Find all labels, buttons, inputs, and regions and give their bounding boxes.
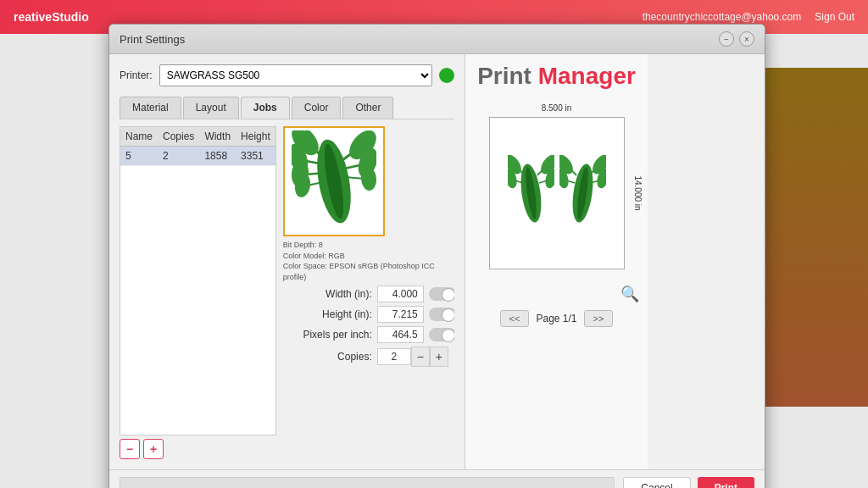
jobs-table-container: Name Copies Width Height 5 2 [120, 126, 276, 435]
copies-value: 2 [377, 348, 411, 365]
add-job-button[interactable]: + [143, 439, 164, 459]
width-field-row: Width (in): 4.000 [283, 286, 454, 302]
progress-bar [120, 477, 615, 488]
col-height: Height [236, 127, 275, 147]
preview-leaf-left [508, 155, 554, 231]
background-images [758, 68, 868, 407]
image-details-panel: Bit Depth: 8 Color Model: RGB Color Spac… [283, 126, 454, 459]
pixels-toggle[interactable] [429, 328, 454, 341]
dialog-controls: − × [719, 31, 754, 47]
tab-color[interactable]: Color [292, 97, 342, 119]
print-button[interactable]: Print [698, 477, 754, 488]
color-space: Color Space: EPSON sRGB (Photoshop ICC p… [283, 261, 454, 282]
copies-control: 2 − + [377, 347, 448, 367]
image-preview [283, 126, 385, 236]
dialog-footer: Cancel Print [109, 469, 765, 488]
prev-page-button[interactable]: << [500, 310, 530, 327]
cancel-button[interactable]: Cancel [623, 477, 690, 488]
preview-leaves [508, 155, 606, 231]
footer-buttons: Cancel Print [623, 477, 754, 488]
printer-label: Printer: [120, 69, 153, 81]
header-right: thecountrychiccottage@yahoo.com Sign Out [643, 11, 854, 23]
printer-status-dot [439, 68, 454, 83]
copies-field-label: Copies: [283, 351, 372, 363]
printer-row: Printer: SAWGRASS SG500 [120, 64, 454, 86]
jobs-table: Name Copies Width Height 5 2 [120, 127, 275, 166]
preview-leaf-right [559, 155, 606, 231]
row-height: 3351 [236, 147, 275, 166]
row-copies: 2 [158, 147, 199, 166]
app-name: reativeStudio [14, 10, 89, 24]
height-field-value[interactable]: 7.215 [377, 306, 424, 323]
width-field-label: Width (in): [283, 288, 372, 300]
right-panel: Print Manager 8.500 in [465, 54, 648, 469]
pixels-field-row: Pixels per inch: 464.5 [283, 326, 454, 343]
dialog-body: Printer: SAWGRASS SG500 Material Layout … [109, 54, 765, 469]
row-name: 5 [120, 147, 158, 166]
page-height-dim: 14.000 in [633, 175, 643, 210]
image-info: Bit Depth: 8 Color Model: RGB Color Spac… [283, 240, 454, 282]
sign-out-link[interactable]: Sign Out [815, 11, 854, 23]
height-field-label: Height (in): [283, 308, 372, 320]
remove-job-button[interactable]: − [120, 439, 140, 459]
col-name: Name [120, 127, 158, 147]
pixels-field-value[interactable]: 464.5 [377, 326, 424, 343]
close-button[interactable]: × [739, 31, 754, 47]
tab-layout[interactable]: Layout [183, 97, 239, 119]
table-actions: − + [120, 439, 276, 459]
bit-depth: Bit Depth: 8 [283, 240, 454, 251]
tab-other[interactable]: Other [342, 97, 393, 119]
copies-plus-button[interactable]: + [430, 347, 448, 367]
print-settings-dialog: Print Settings − × Printer: SAWGRASS SG5… [108, 24, 765, 488]
minimize-button[interactable]: − [719, 31, 734, 47]
tab-jobs[interactable]: Jobs [241, 97, 290, 119]
color-model: Color Model: RGB [283, 251, 454, 262]
dialog-title: Print Settings [120, 33, 185, 46]
copies-field-row: Copies: 2 − + [283, 347, 454, 367]
page-label: Page 1/1 [536, 313, 576, 324]
tab-material[interactable]: Material [120, 97, 181, 119]
table-row[interactable]: 5 2 1858 3351 [120, 147, 275, 166]
preview-top [283, 126, 454, 236]
pagination-row: << Page 1/1 >> [500, 310, 614, 327]
tab-bar: Material Layout Jobs Color Other [120, 97, 454, 119]
width-toggle[interactable] [429, 287, 454, 301]
preview-page: 14.000 in [489, 117, 625, 269]
zoom-area: 🔍 [474, 285, 639, 303]
copies-minus-button[interactable]: − [411, 347, 430, 367]
user-email: thecountrychiccottage@yahoo.com [643, 11, 802, 23]
height-toggle[interactable] [429, 308, 454, 321]
page-width-dim: 8.500 in [542, 103, 572, 113]
printer-select[interactable]: SAWGRASS SG500 [159, 64, 432, 86]
width-field-value[interactable]: 4.000 [377, 286, 424, 302]
height-field-row: Height (in): 7.215 [283, 306, 454, 323]
col-width: Width [199, 127, 236, 147]
preview-leaf-svg [292, 130, 376, 232]
col-copies: Copies [158, 127, 199, 147]
left-panel: Printer: SAWGRASS SG500 Material Layout … [109, 54, 465, 469]
pixels-field-label: Pixels per inch: [283, 329, 372, 341]
row-width: 1858 [199, 147, 236, 166]
print-manager-header: Print Manager [477, 63, 636, 90]
zoom-icon[interactable]: 🔍 [620, 286, 639, 302]
dialog-titlebar: Print Settings − × [109, 25, 765, 54]
next-page-button[interactable]: >> [584, 310, 614, 327]
page-preview-wrapper: 8.500 in [489, 117, 625, 269]
